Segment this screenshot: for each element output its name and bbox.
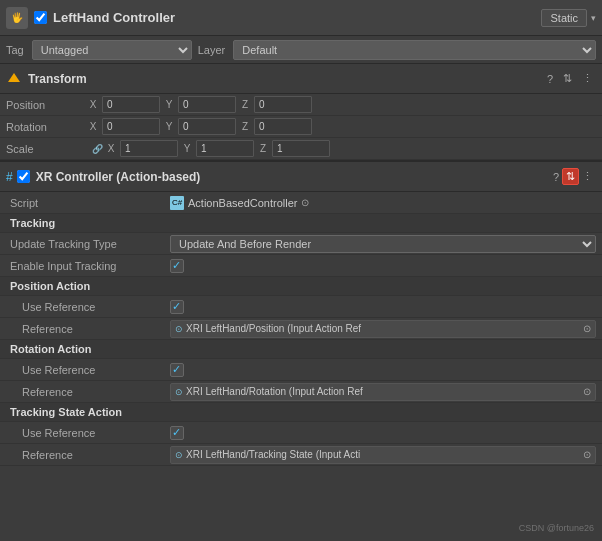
header-bar: 🖐 LeftHand Controller Static ▾ [0, 0, 602, 36]
tracking-state-ref-text: XRI LeftHand/Tracking State (Input Acti [186, 449, 360, 460]
scale-label: Scale [6, 143, 86, 155]
rotation-ref-text: XRI LeftHand/Rotation (Input Action Ref [186, 386, 363, 397]
position-ref-target[interactable]: ⊙ [583, 323, 591, 334]
transform-help-btn[interactable]: ? [544, 71, 556, 86]
position-use-reference-label: Use Reference [22, 301, 170, 313]
transform-section-header: Transform ? ⇅ ⋮ [0, 64, 602, 94]
rotation-x-input[interactable] [102, 118, 160, 135]
enable-input-label: Enable Input Tracking [10, 260, 170, 272]
update-tracking-row: Update Tracking Type Update And Before R… [0, 233, 602, 255]
tracking-state-use-reference-checkbox[interactable] [170, 426, 184, 440]
rotation-use-reference-label: Use Reference [22, 364, 170, 376]
transform-controls: ? ⇅ ⋮ [544, 71, 596, 86]
xr-more-button[interactable]: ⋮ [579, 169, 596, 184]
rotation-reference-row: Reference ⊙ XRI LeftHand/Rotation (Input… [0, 381, 602, 403]
scale-z-label: Z [256, 143, 270, 154]
position-use-reference-checkbox[interactable] [170, 300, 184, 314]
rotation-reference-value[interactable]: ⊙ XRI LeftHand/Rotation (Input Action Re… [170, 383, 596, 401]
object-icon: 🖐 [6, 7, 28, 29]
object-title: LeftHand Controller [53, 10, 541, 25]
static-badge: Static [541, 9, 587, 27]
rotation-label: Rotation [6, 121, 86, 133]
position-z-label: Z [238, 99, 252, 110]
position-x-label: X [86, 99, 100, 110]
transform-more-btn[interactable]: ⋮ [579, 71, 596, 86]
active-checkbox[interactable] [34, 11, 47, 24]
scale-y-label: Y [180, 143, 194, 154]
rotation-use-reference-checkbox[interactable] [170, 363, 184, 377]
rotation-y-input[interactable] [178, 118, 236, 135]
rotation-z-input[interactable] [254, 118, 312, 135]
script-name: ActionBasedController [188, 197, 297, 209]
position-action-label: Position Action [10, 280, 90, 292]
rotation-ref-icon: ⊙ [175, 387, 183, 397]
script-value: C# ActionBasedController ⊙ [170, 196, 309, 210]
watermark: CSDN @fortune26 [519, 523, 594, 533]
xr-hash-icon: # [6, 170, 13, 184]
tag-select[interactable]: Untagged [32, 40, 192, 60]
tracking-group-header: Tracking [0, 214, 602, 233]
position-reference-value[interactable]: ⊙ XRI LeftHand/Position (Input Action Re… [170, 320, 596, 338]
layer-select[interactable]: Default [233, 40, 596, 60]
static-dropdown-arrow[interactable]: ▾ [591, 13, 596, 23]
transform-title: Transform [28, 72, 544, 86]
scale-link-icon[interactable]: 🔗 [90, 142, 104, 156]
tracking-state-group-header: Tracking State Action [0, 403, 602, 422]
tag-label: Tag [6, 44, 24, 56]
rotation-use-reference-row: Use Reference [0, 359, 602, 381]
tracking-state-use-reference-row: Use Reference [0, 422, 602, 444]
xr-active-checkbox[interactable] [17, 170, 30, 183]
xr-help-button[interactable]: ? [550, 170, 562, 184]
position-y-input[interactable] [178, 96, 236, 113]
scale-z-input[interactable] [272, 140, 330, 157]
tracking-state-reference-value[interactable]: ⊙ XRI LeftHand/Tracking State (Input Act… [170, 446, 596, 464]
rotation-row: Rotation X Y Z [0, 116, 602, 138]
rotation-reference-label: Reference [22, 386, 170, 398]
position-xyz: X Y Z [86, 96, 596, 113]
scale-row: Scale 🔗 X Y Z [0, 138, 602, 160]
scale-x-input[interactable] [120, 140, 178, 157]
update-tracking-label: Update Tracking Type [10, 238, 170, 250]
position-reference-row: Reference ⊙ XRI LeftHand/Position (Input… [0, 318, 602, 340]
position-z-input[interactable] [254, 96, 312, 113]
xr-settings-button[interactable]: ⇅ [562, 168, 579, 185]
tag-layer-row: Tag Untagged Layer Default [0, 36, 602, 64]
tracking-state-reference-row: Reference ⊙ XRI LeftHand/Tracking State … [0, 444, 602, 466]
rotation-action-label: Rotation Action [10, 343, 91, 355]
svg-marker-0 [8, 73, 20, 82]
position-reference-label: Reference [22, 323, 170, 335]
position-y-label: Y [162, 99, 176, 110]
scale-xyz: X Y Z [104, 140, 596, 157]
position-action-group-header: Position Action [0, 277, 602, 296]
transform-icon [6, 71, 22, 87]
position-label: Position [6, 99, 86, 111]
script-icon: C# [170, 196, 184, 210]
position-use-reference-row: Use Reference [0, 296, 602, 318]
rotation-z-label: Z [238, 121, 252, 132]
xr-controller-header: # XR Controller (Action-based) ? ⇅ ⋮ [0, 160, 602, 192]
rotation-y-label: Y [162, 121, 176, 132]
tracking-group-label: Tracking [10, 217, 55, 229]
transform-settings-btn[interactable]: ⇅ [560, 71, 575, 86]
rotation-x-label: X [86, 121, 100, 132]
tracking-state-ref-target[interactable]: ⊙ [583, 449, 591, 460]
position-ref-icon: ⊙ [175, 324, 183, 334]
enable-input-tracking-row: Enable Input Tracking [0, 255, 602, 277]
script-target-icon[interactable]: ⊙ [301, 197, 309, 208]
update-tracking-dropdown[interactable]: Update And Before Render [170, 235, 596, 253]
rotation-action-group-header: Rotation Action [0, 340, 602, 359]
scale-x-label: X [104, 143, 118, 154]
tracking-state-label: Tracking State Action [10, 406, 122, 418]
position-ref-text: XRI LeftHand/Position (Input Action Ref [186, 323, 361, 334]
scale-y-input[interactable] [196, 140, 254, 157]
rotation-xyz: X Y Z [86, 118, 596, 135]
tracking-state-ref-icon: ⊙ [175, 450, 183, 460]
script-row: Script C# ActionBasedController ⊙ [0, 192, 602, 214]
tracking-state-use-reference-label: Use Reference [22, 427, 170, 439]
layer-label: Layer [198, 44, 226, 56]
position-x-input[interactable] [102, 96, 160, 113]
tracking-state-reference-label: Reference [22, 449, 170, 461]
xr-controller-title: XR Controller (Action-based) [36, 170, 550, 184]
enable-input-checkbox[interactable] [170, 259, 184, 273]
rotation-ref-target[interactable]: ⊙ [583, 386, 591, 397]
